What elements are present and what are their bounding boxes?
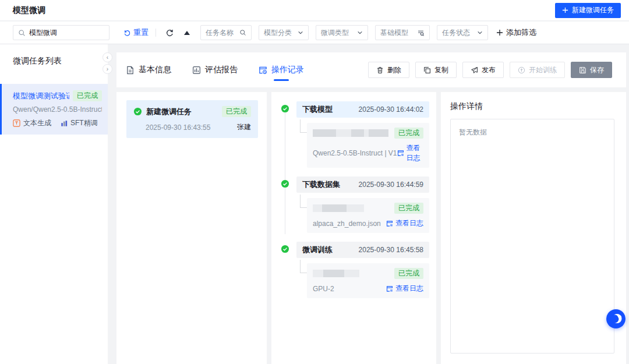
trash-icon: [376, 66, 384, 74]
substep-detail: alpaca_zh_demo.json: [313, 220, 386, 228]
copy-button[interactable]: 复制: [415, 62, 457, 78]
chevron-down-icon: [298, 30, 303, 36]
sidebar-title: 微调任务列表: [0, 44, 108, 66]
task-name-filter-input[interactable]: 任务名称: [200, 25, 252, 40]
timeline-step-download-model: 下载模型 2025-09-30 16:44:02 已完成 Qwen2.5-0.5…: [281, 101, 429, 168]
status-badge: 已完成: [394, 203, 423, 214]
step-header[interactable]: 下载数据集 2025-09-30 16:44:59: [296, 176, 429, 193]
chevron-down-icon: [357, 30, 363, 36]
status-badge: 已完成: [394, 268, 423, 279]
substep-card[interactable]: 已完成 GPU-2 查看日志: [307, 263, 429, 298]
refresh-icon[interactable]: [163, 26, 176, 39]
collapse-filters-icon[interactable]: [181, 26, 193, 39]
text-generation-icon: [13, 119, 20, 127]
substep-card[interactable]: 已完成 alpaca_zh_demo.json 查看日志: [307, 198, 429, 233]
redacted-name: [313, 204, 394, 212]
save-label: 保存: [590, 65, 604, 75]
substep-detail: GPU-2: [313, 285, 386, 293]
task-history-panel: 新建微调任务 已完成 2025-09-30 16:43:55 张建: [116, 92, 267, 364]
reset-icon: [123, 29, 131, 37]
search-input[interactable]: 模型微调: [13, 25, 109, 40]
delete-button[interactable]: 删除: [368, 62, 409, 78]
view-log-link[interactable]: 查看日志: [397, 143, 423, 163]
save-icon: [579, 66, 586, 74]
step-header[interactable]: 下载模型 2025-09-30 16:44:02: [296, 101, 429, 118]
operation-detail-title: 操作详情: [450, 101, 626, 112]
plus-icon: [496, 29, 503, 36]
publish-button[interactable]: 发布: [462, 62, 504, 78]
check-circle-icon: [281, 245, 289, 253]
log-icon: [386, 285, 393, 292]
check-circle-icon: [281, 179, 289, 188]
tune-type-label: 微调类型: [321, 28, 354, 38]
sft-icon: [61, 120, 68, 127]
tune-type-select[interactable]: 微调类型: [316, 25, 368, 40]
reset-button[interactable]: 重置: [123, 27, 149, 38]
tab-eval-report[interactable]: 评估报告: [192, 52, 238, 87]
bar-chart-icon: [192, 66, 201, 75]
view-log-label: 查看日志: [395, 284, 423, 294]
view-log-link[interactable]: 查看日志: [386, 218, 423, 228]
base-model-picker[interactable]: 基础模型: [375, 25, 430, 40]
search-value: 模型微调: [29, 28, 57, 38]
publish-label: 发布: [482, 65, 496, 75]
document-icon: [126, 66, 135, 75]
model-category-label: 模型分类: [264, 28, 294, 38]
model-category-select[interactable]: 模型分类: [259, 25, 309, 40]
substep: 已完成 GPU-2 查看日志: [307, 263, 429, 298]
task-status-select[interactable]: 任务状态: [437, 25, 488, 40]
substep: 已完成 Qwen2.5-0.5B-Instruct | V1 查看日志: [307, 123, 429, 168]
assistant-widget-button[interactable]: [606, 309, 626, 328]
save-button[interactable]: 保存: [571, 62, 612, 78]
timeline-step-finetune-train: 微调训练 2025-09-30 16:45:58 已完成 GPU-2: [281, 242, 429, 298]
chevron-right-icon[interactable]: ›: [103, 64, 112, 74]
task-list-item[interactable]: 模型微调测试验证 已完成 Qwen/Qwen2.5-0.5B-Instruct …: [0, 84, 108, 135]
text-generation-tag: 文本生成: [23, 118, 51, 128]
step-title: 微调训练: [302, 245, 359, 255]
divider: [156, 29, 156, 37]
log-icon: [386, 220, 393, 227]
status-badge: 已完成: [222, 106, 251, 117]
operation-detail-panel: 操作详情 暂无数据: [441, 92, 626, 364]
search-icon: [239, 29, 246, 36]
add-filter-button[interactable]: 添加筛选: [496, 27, 536, 38]
copy-icon: [423, 66, 431, 74]
task-list-sidebar: ‹ › 微调任务列表 模型微调测试验证 已完成 Qwen/Qwen2.5-0.5…: [0, 44, 108, 364]
substep-card[interactable]: 已完成 Qwen2.5-0.5B-Instruct | V1 查看日志: [307, 123, 429, 168]
view-log-label: 查看日志: [407, 143, 423, 163]
task-history-card[interactable]: 新建微调任务 已完成 2025-09-30 16:43:55 张建: [126, 100, 258, 138]
sidebar-collapse-controls: ‹ ›: [103, 52, 112, 74]
start-training-button[interactable]: 开始训练: [510, 62, 565, 78]
step-header[interactable]: 微调训练 2025-09-30 16:45:58: [296, 242, 429, 258]
view-log-label: 查看日志: [395, 218, 423, 228]
check-circle-icon: [281, 104, 289, 113]
base-model-label: 基础模型: [380, 28, 414, 38]
plus-icon: [562, 7, 568, 13]
tab-label: 评估报告: [205, 65, 238, 75]
chevron-left-icon[interactable]: ‹: [103, 52, 112, 62]
step-time: 2025-09-30 16:44:02: [359, 105, 423, 114]
new-finetune-task-label: 新建微调任务: [572, 5, 614, 15]
page-title: 模型微调: [13, 5, 45, 16]
step-title: 下载模型: [302, 104, 359, 115]
copy-label: 复制: [434, 65, 448, 75]
delete-label: 删除: [387, 65, 401, 75]
step-time: 2025-09-30 16:45:58: [359, 246, 423, 254]
view-log-link[interactable]: 查看日志: [386, 284, 423, 294]
sft-tag: SFT精调: [70, 118, 98, 128]
task-status-label: 任务状态: [442, 28, 473, 38]
task-card-operator: 张建: [237, 122, 251, 132]
check-circle-icon: [133, 107, 142, 116]
task-name: 模型微调测试验证: [13, 91, 69, 101]
substep: 已完成 alpaca_zh_demo.json 查看日志: [307, 198, 429, 233]
log-icon: [397, 150, 404, 157]
new-finetune-task-button[interactable]: 新建微调任务: [555, 3, 621, 18]
task-model: Qwen/Qwen2.5-0.5B-Instruct |...: [13, 105, 102, 114]
status-badge: 已完成: [73, 90, 102, 101]
title-bar: 模型微调 新建微调任务: [0, 0, 629, 21]
filter-bar: 模型微调 重置 任务名称 模型分类 微调类型 基础模型: [0, 22, 629, 44]
tab-operation-log[interactable]: 操作记录: [259, 52, 304, 87]
tab-basic-info[interactable]: 基本信息: [126, 52, 171, 87]
chevron-down-icon: [477, 30, 483, 36]
add-filter-label: 添加筛选: [506, 27, 536, 38]
